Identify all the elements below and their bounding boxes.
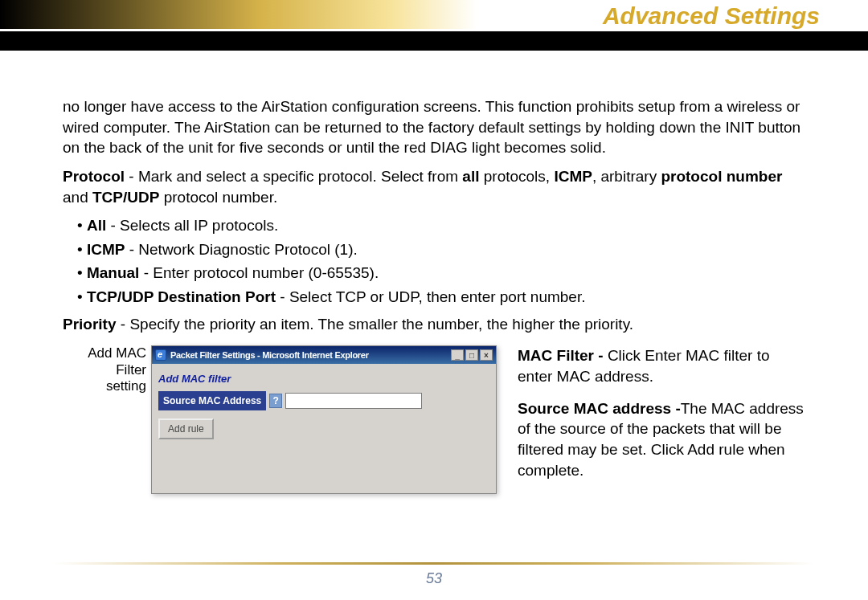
source-mac-paragraph: Source MAC address -The MAC address of t… (518, 398, 805, 481)
bullet-icmp-text: - Network Diagnostic Protocol (1). (125, 241, 357, 258)
protocol-paragraph: Protocol - Mark and select a specific pr… (63, 166, 805, 207)
mac-input-row: Source MAC Address ? (158, 391, 489, 410)
window-titlebar: Packet Filter Settings - Microsoft Inter… (152, 346, 496, 364)
protocol-pn: protocol number (661, 168, 782, 185)
ie-icon (155, 349, 166, 361)
header-black-strip (0, 31, 868, 51)
protocol-bullets: All - Selects all IP protocols. ICMP - N… (63, 215, 805, 308)
figure-row: Add MAC Filter setting Packet Filter Set… (63, 345, 805, 494)
bullet-all-text: - Selects all IP protocols. (106, 217, 278, 234)
mac-filter-label: MAC Filter - (518, 347, 608, 364)
help-icon[interactable]: ? (269, 394, 282, 408)
add-mac-filter-heading: Add MAC filter (158, 372, 489, 386)
page-number: 53 (0, 570, 868, 587)
page-title: Advanced Settings (603, 2, 820, 30)
intro-paragraph: no longer have access to the AirStation … (63, 96, 805, 158)
protocol-icmp: ICMP (554, 168, 592, 185)
content: no longer have access to the AirStation … (0, 56, 868, 494)
protocol-tcpudp: TCP/UDP (92, 189, 159, 206)
bullet-tcpudp-text: - Select TCP or UDP, then enter port num… (276, 288, 585, 305)
protocol-text-5: protocol number. (159, 189, 277, 206)
footer-rule (55, 562, 813, 565)
header-band: Advanced Settings (0, 0, 868, 56)
priority-text: - Specify the priority an item. The smal… (117, 316, 633, 333)
protocol-label: Protocol (63, 168, 125, 185)
bullet-tcpudp-label: TCP/UDP Destination Port (87, 288, 276, 305)
bullet-icmp-label: ICMP (87, 241, 125, 258)
protocol-all: all (462, 168, 479, 185)
window-body: Add MAC filter Source MAC Address ? Add … (152, 364, 496, 447)
source-mac-input[interactable] (285, 393, 422, 409)
maximize-button[interactable]: □ (465, 349, 478, 361)
source-mac-label: Source MAC Address (158, 391, 266, 410)
minimize-button[interactable]: _ (451, 349, 464, 361)
protocol-text-3: , arbitrary (592, 168, 661, 185)
screenshot: Packet Filter Settings - Microsoft Inter… (151, 345, 497, 494)
source-mac-label-text: Source MAC address - (518, 400, 681, 417)
priority-paragraph: Priority - Specify the priority an item.… (63, 314, 805, 335)
window-title: Packet Filter Settings - Microsoft Inter… (170, 349, 451, 361)
page: Advanced Settings no longer have access … (0, 0, 868, 600)
window-controls: _ □ × (451, 349, 493, 361)
protocol-text-1: - Mark and select a specific protocol. S… (125, 168, 462, 185)
bullet-all: All - Selects all IP protocols. (77, 215, 805, 236)
priority-label: Priority (63, 316, 117, 333)
protocol-text-4: and (63, 189, 92, 206)
bullet-manual-label: Manual (87, 264, 139, 281)
bullet-tcpudp: TCP/UDP Destination Port - Select TCP or… (77, 287, 805, 308)
mac-filter-paragraph: MAC Filter - Click Enter MAC filter to e… (518, 345, 805, 386)
figure-caption: Add MAC Filter setting (63, 345, 151, 394)
bullet-icmp: ICMP - Network Diagnostic Protocol (1). (77, 239, 805, 260)
bullet-manual: Manual - Enter protocol number (0-65535)… (77, 263, 805, 284)
protocol-text-2: protocols, (479, 168, 554, 185)
figure-caption-line1: Add MAC (88, 345, 146, 361)
figure-caption-line2: Filter (116, 362, 146, 378)
bullet-manual-text: - Enter protocol number (0-65535). (139, 264, 379, 281)
add-rule-button[interactable]: Add rule (158, 418, 214, 439)
right-column: MAC Filter - Click Enter MAC filter to e… (497, 345, 805, 492)
figure-caption-line3: setting (106, 378, 146, 394)
close-button[interactable]: × (480, 349, 493, 361)
bullet-all-label: All (87, 217, 106, 234)
